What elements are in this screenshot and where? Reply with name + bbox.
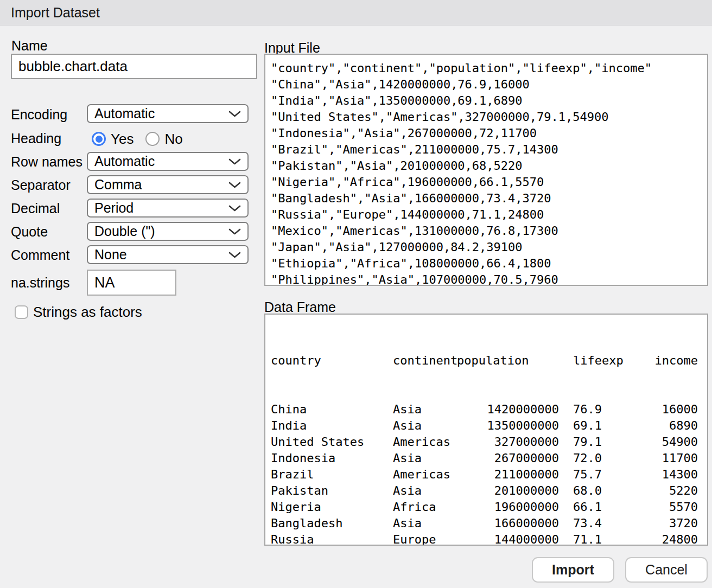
data-frame-label: Data Frame (264, 299, 336, 315)
encoding-label: Encoding (11, 107, 67, 123)
input-file-text[interactable]: "country","continent","population","life… (264, 54, 708, 286)
table-row: IndonesiaAsia26700000072.011700 (271, 450, 707, 466)
separator-select[interactable]: Comma (87, 175, 249, 194)
table-cell: Nigeria (271, 499, 393, 515)
table-cell: 5570 (644, 499, 698, 515)
table-cell: Africa (393, 499, 457, 515)
table-row: IndiaAsia135000000069.16890 (271, 418, 707, 434)
decimal-select[interactable]: Period (87, 199, 249, 218)
table-row: NigeriaAfrica19600000066.15570 (271, 499, 707, 515)
table-cell: 72.0 (573, 450, 644, 466)
table-cell: Russia (271, 532, 393, 546)
comment-select-value: None (94, 247, 127, 263)
na-strings-input[interactable] (87, 270, 176, 296)
name-input[interactable] (11, 54, 257, 79)
encoding-select-value: Automatic (94, 106, 155, 122)
comment-select[interactable]: None (87, 245, 249, 264)
column-header: continent (393, 353, 457, 369)
data-frame-rows: ChinaAsia142000000076.916000IndiaAsia135… (271, 401, 707, 546)
table-cell: 54900 (644, 434, 698, 450)
encoding-select[interactable]: Automatic (87, 104, 249, 123)
table-cell: 16000 (644, 401, 698, 418)
table-cell: Asia (393, 515, 457, 532)
chevron-down-icon (228, 181, 241, 189)
table-cell: 71.1 (573, 532, 644, 546)
table-cell: 69.1 (573, 418, 644, 434)
table-cell: 3720 (644, 515, 698, 532)
table-cell: 79.1 (573, 434, 644, 450)
heading-yes-radio[interactable] (92, 132, 106, 146)
row-names-select-value: Automatic (94, 154, 155, 169)
quote-select[interactable]: Double (") (87, 222, 249, 241)
table-cell: 267000000 (457, 450, 559, 466)
cancel-button[interactable]: Cancel (625, 557, 708, 583)
table-row: ChinaAsia142000000076.916000 (271, 401, 707, 418)
import-dataset-dialog: Import Dataset Name Encoding Automatic H… (0, 0, 712, 588)
column-header: lifeexp (573, 353, 644, 369)
table-cell: 6890 (644, 418, 698, 434)
table-cell: Asia (393, 483, 457, 499)
csv-line: "Bangladesh","Asia",166000000,73.4,3720 (271, 190, 707, 207)
table-cell: 68.0 (573, 483, 644, 499)
data-frame-preview[interactable]: country continent population lifeexp inc… (264, 314, 708, 546)
name-label: Name (11, 38, 48, 54)
strings-as-factors-label: Strings as factors (33, 304, 142, 321)
csv-line: "Pakistan","Asia",201000000,68,5220 (271, 158, 707, 174)
na-strings-label: na.strings (11, 275, 69, 291)
heading-no-radio[interactable] (145, 132, 160, 146)
csv-line: "Philippines","Asia",107000000,70.5,7960 (271, 272, 707, 286)
table-cell: Pakistan (271, 483, 393, 499)
row-names-select[interactable]: Automatic (87, 152, 249, 171)
table-cell: 211000000 (457, 466, 559, 483)
table-cell: Asia (393, 401, 457, 418)
chevron-down-icon (228, 228, 241, 235)
import-button[interactable]: Import (532, 557, 614, 583)
table-cell: 1420000000 (457, 401, 559, 418)
separator-select-value: Comma (94, 177, 142, 193)
decimal-label: Decimal (11, 201, 60, 216)
csv-line: "Ethiopia","Africa",108000000,66.4,1800 (271, 255, 707, 272)
csv-line: "Indonesia","Asia",267000000,72,11700 (271, 125, 707, 142)
table-cell: Americas (393, 434, 457, 450)
table-cell: 75.7 (573, 466, 644, 483)
table-cell: 66.1 (573, 499, 644, 515)
chevron-down-icon (228, 110, 241, 118)
table-cell: 1350000000 (457, 418, 559, 434)
heading-yes-label: Yes (111, 131, 134, 148)
csv-line: "country","continent","population","life… (271, 60, 707, 76)
data-frame-header-row: country continent population lifeexp inc… (271, 353, 707, 369)
table-cell: 201000000 (457, 483, 559, 499)
dialog-titlebar: Import Dataset (0, 0, 712, 25)
csv-line: "India","Asia",1350000000,69.1,6890 (271, 93, 707, 109)
table-cell: Bangladesh (271, 515, 393, 532)
table-cell: 76.9 (573, 401, 644, 418)
csv-line: "Japan","Asia",127000000,84.2,39100 (271, 239, 707, 255)
table-cell: 14300 (644, 466, 698, 483)
table-cell: Asia (393, 418, 457, 434)
strings-as-factors-checkbox[interactable] (15, 305, 28, 319)
table-cell: 73.4 (573, 515, 644, 532)
csv-line: "China","Asia",1420000000,76.9,16000 (271, 76, 707, 93)
csv-line: "United States","Americas",327000000,79.… (271, 109, 707, 125)
column-header: population (457, 353, 559, 369)
csv-line: "Russia","Europe",144000000,71.1,24800 (271, 207, 707, 223)
column-header: country (271, 353, 393, 369)
chevron-down-icon (228, 204, 241, 212)
table-row: RussiaEurope14400000071.124800 (271, 532, 707, 546)
table-cell: 5220 (644, 483, 698, 499)
csv-line: "Brazil","Americas",211000000,75.7,14300 (271, 142, 707, 158)
table-cell: 11700 (644, 450, 698, 466)
row-names-label: Row names (11, 154, 82, 170)
table-cell: Indonesia (271, 450, 393, 466)
csv-line: "Mexico","Americas",131000000,76.8,17300 (271, 223, 707, 239)
csv-line: "Nigeria","Africa",196000000,66.1,5570 (271, 174, 707, 190)
table-row: BrazilAmericas21100000075.714300 (271, 466, 707, 483)
separator-label: Separator (11, 177, 71, 193)
table-cell: 327000000 (457, 434, 559, 450)
chevron-down-icon (228, 251, 241, 259)
quote-select-value: Double (") (94, 223, 155, 239)
dialog-title: Import Dataset (11, 5, 100, 21)
table-cell: 144000000 (457, 532, 559, 546)
table-cell: United States (271, 434, 393, 450)
table-cell: Americas (393, 466, 457, 483)
